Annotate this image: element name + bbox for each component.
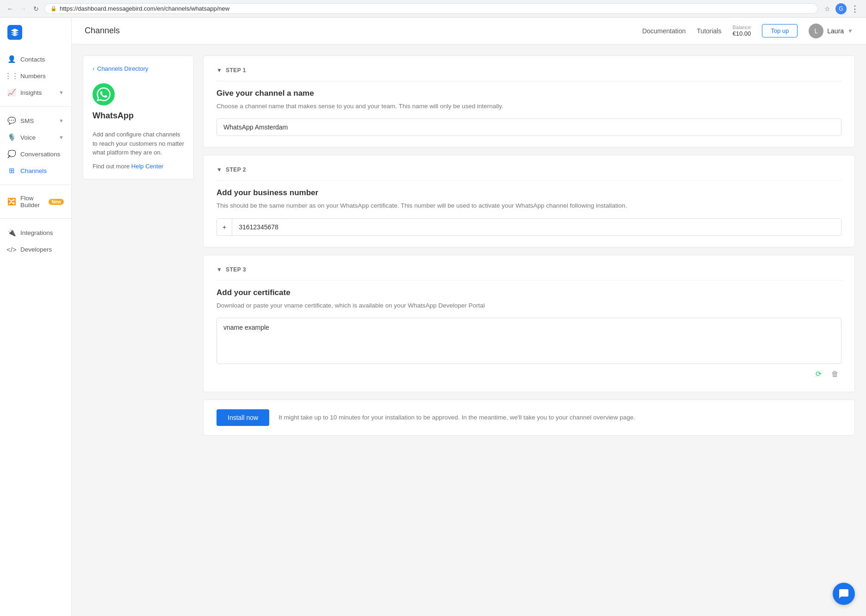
contacts-icon: 👤 [7,55,16,63]
sidebar-divider-3 [0,218,71,219]
forward-button[interactable]: → [19,4,28,13]
sidebar-item-developers[interactable]: </> Developers [0,241,71,258]
sidebar-label-sms: SMS [20,117,34,124]
voice-chevron: ▼ [59,135,64,140]
step3-title: Add your certificate [216,288,841,297]
tutorials-link[interactable]: Tutorials [697,27,721,35]
back-chevron-icon: ‹ [93,66,94,72]
step2-desc: This should be the same number as on you… [216,201,841,210]
delete-cert-button[interactable]: 🗑 [829,368,841,381]
sidebar-item-conversations[interactable]: 💭 Conversations [0,146,71,162]
sidebar-item-channels[interactable]: ⊞ Channels [0,162,71,179]
step2-header: ▼ STEP 2 [216,166,841,173]
step1-chevron-icon: ▼ [216,67,222,74]
url-text: https://dashboard.messagebird.com/en/cha… [60,5,229,12]
step2-title: Add your business number [216,188,841,197]
channel-name: WhatsApp [93,111,134,121]
main-content: Channels Documentation Tutorials Balance… [72,18,866,616]
sidebar-divider-2 [0,185,71,185]
insights-chevron: ▼ [59,90,64,95]
help-text: Find out more Help Center [93,163,184,170]
right-panel: ▼ STEP 1 Give your channel a name Choose… [203,55,855,605]
sidebar-item-integrations[interactable]: 🔌 Integrations [0,224,71,241]
install-section: Install now It might take up to 10 minut… [203,400,855,436]
logo [0,25,71,51]
balance-section: Balance €10.00 [732,25,751,37]
voice-icon: 🎙️ [7,133,16,142]
balance-amount: €10.00 [732,30,751,37]
flow-builder-badge: New [49,199,64,205]
reload-button[interactable]: ↻ [31,4,41,13]
step3-label: STEP 3 [226,266,246,273]
step2-divider [216,180,841,181]
help-center-link[interactable]: Help Center [131,163,163,170]
channels-icon: ⊞ [7,166,16,175]
user-avatar: L [809,24,823,38]
install-note: It might take up to 10 minutes for your … [278,414,841,421]
sidebar-label-flow-builder: Flow Builder [20,195,44,209]
developers-icon: </> [7,245,16,253]
whatsapp-icon [93,83,115,105]
sidebar-label-integrations: Integrations [20,229,53,236]
install-now-button[interactable]: Install now [216,409,269,426]
logo-svg [10,28,19,37]
step2-section: ▼ STEP 2 Add your business number This s… [203,155,855,247]
sidebar-item-sms[interactable]: 💬 SMS ▼ [0,112,71,129]
sidebar-item-contacts[interactable]: 👤 Contacts [0,51,71,68]
sidebar-item-flow-builder[interactable]: 🔀 Flow Builder New [0,191,71,213]
browser-icons: ☆ G ⋮ [822,3,860,14]
step1-desc: Choose a channel name that makes sense t… [216,102,841,111]
sidebar-label-insights: Insights [20,89,42,96]
chat-bubble-icon [838,588,849,599]
refresh-cert-button[interactable]: ⟳ [812,368,825,381]
step1-header: ▼ STEP 1 [216,67,841,74]
step1-title: Give your channel a name [216,89,841,98]
flow-builder-icon: 🔀 [7,197,16,206]
menu-icon[interactable]: ⋮ [849,3,860,14]
left-panel: ‹ Channels Directory WhatsApp Add and co… [83,55,194,179]
sidebar-item-voice[interactable]: 🎙️ Voice ▼ [0,129,71,146]
page-body: ‹ Channels Directory WhatsApp Add and co… [72,44,866,616]
topup-button[interactable]: Top up [762,24,798,37]
documentation-link[interactable]: Documentation [642,27,686,35]
sidebar-item-numbers[interactable]: ⋮⋮ Numbers [0,68,71,84]
sidebar-label-numbers: Numbers [20,73,46,80]
phone-prefix: + [217,219,232,235]
chat-support-button[interactable] [833,583,855,605]
step1-label: STEP 1 [226,67,246,74]
user-chevron-icon: ▼ [847,28,853,34]
step3-header: ▼ STEP 3 [216,266,841,273]
sidebar-label-channels: Channels [20,167,47,174]
channel-info: WhatsApp [93,83,184,121]
address-bar[interactable]: 🔒 https://dashboard.messagebird.com/en/c… [44,3,818,14]
sidebar-label-contacts: Contacts [20,56,45,63]
sms-chevron: ▼ [59,118,64,123]
step1-divider [216,81,841,81]
certificate-input[interactable] [216,318,841,364]
insights-icon: 📈 [7,88,16,97]
sidebar-divider-1 [0,106,71,107]
channel-name-input[interactable] [216,118,841,136]
whatsapp-svg [97,87,111,101]
logo-icon [7,25,22,40]
back-button[interactable]: ← [6,4,15,13]
profile-icon[interactable]: G [835,3,847,14]
sidebar-label-conversations: Conversations [20,151,60,158]
topbar: Channels Documentation Tutorials Balance… [72,18,866,44]
star-icon[interactable]: ☆ [822,3,833,14]
balance-label: Balance [732,25,751,30]
sms-icon: 💬 [7,117,16,125]
sidebar-label-voice: Voice [20,134,36,141]
step3-desc: Download or paste your vname certificate… [216,301,841,310]
back-link-label: Channels Directory [97,65,148,72]
sidebar: 👤 Contacts ⋮⋮ Numbers 📈 Insights ▼ 💬 SMS… [0,18,72,616]
sidebar-item-insights[interactable]: 📈 Insights ▼ [0,84,71,101]
topbar-right: Documentation Tutorials Balance €10.00 T… [642,24,853,38]
phone-number-input[interactable] [232,219,841,235]
user-section[interactable]: L Laura ▼ [809,24,853,38]
step3-chevron-icon: ▼ [216,266,222,273]
step3-section: ▼ STEP 3 Add your certificate Download o… [203,255,855,392]
back-to-channels-link[interactable]: ‹ Channels Directory [93,65,184,72]
step3-divider [216,280,841,281]
channel-description: Add and configure chat channels to reach… [93,130,184,157]
